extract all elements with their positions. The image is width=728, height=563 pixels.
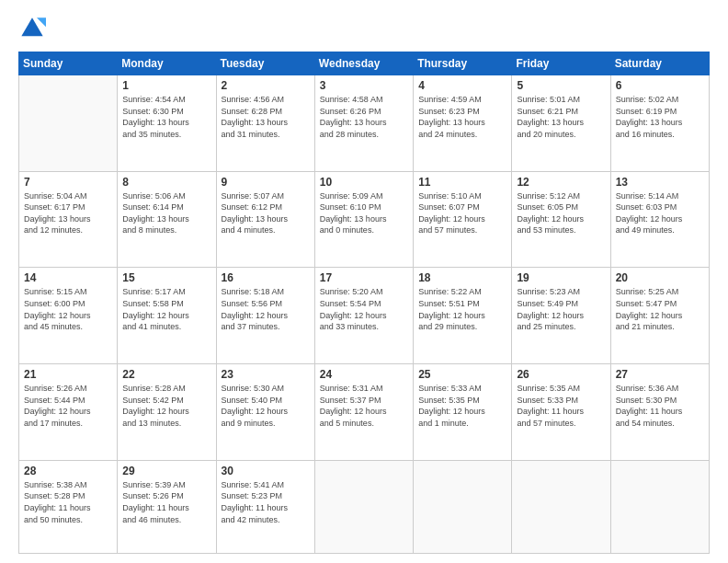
day-info: Sunrise: 4:58 AM Sunset: 6:26 PM Dayligh… [320,94,408,140]
day-number: 1 [122,79,210,92]
day-number: 7 [24,176,112,189]
calendar-cell [414,460,512,553]
day-number: 12 [517,176,605,189]
day-info: Sunrise: 5:22 AM Sunset: 5:51 PM Dayligh… [418,286,506,332]
calendar-cell: 19Sunrise: 5:23 AM Sunset: 5:49 PM Dayli… [512,268,610,364]
day-info: Sunrise: 5:35 AM Sunset: 5:33 PM Dayligh… [517,383,605,429]
calendar-cell: 20Sunrise: 5:25 AM Sunset: 5:47 PM Dayli… [610,268,709,364]
calendar-cell: 10Sunrise: 5:09 AM Sunset: 6:10 PM Dayli… [314,171,413,268]
day-info: Sunrise: 5:38 AM Sunset: 5:28 PM Dayligh… [24,479,112,525]
calendar-cell: 15Sunrise: 5:17 AM Sunset: 5:58 PM Dayli… [118,268,216,364]
calendar-cell: 17Sunrise: 5:20 AM Sunset: 5:54 PM Dayli… [314,268,413,364]
weekday-header-row: SundayMondayTuesdayWednesdayThursdayFrid… [19,52,710,75]
calendar-cell: 12Sunrise: 5:12 AM Sunset: 6:05 PM Dayli… [512,171,610,268]
calendar-table: SundayMondayTuesdayWednesdayThursdayFrid… [18,52,710,554]
calendar-cell: 7Sunrise: 5:04 AM Sunset: 6:17 PM Daylig… [19,171,118,268]
day-number: 30 [222,465,310,477]
day-number: 20 [616,271,704,284]
calendar-cell [610,460,709,553]
day-number: 4 [418,79,506,92]
day-number: 18 [418,271,506,284]
calendar-cell: 18Sunrise: 5:22 AM Sunset: 5:51 PM Dayli… [414,268,512,364]
day-info: Sunrise: 4:59 AM Sunset: 6:23 PM Dayligh… [418,94,506,140]
day-number: 25 [418,368,506,381]
day-number: 11 [418,176,506,189]
calendar-cell: 25Sunrise: 5:33 AM Sunset: 5:35 PM Dayli… [414,364,512,461]
logo [18,15,50,42]
calendar-cell: 2Sunrise: 4:56 AM Sunset: 6:28 PM Daylig… [216,75,314,172]
calendar-cell: 14Sunrise: 5:15 AM Sunset: 6:00 PM Dayli… [19,268,118,364]
calendar-cell: 29Sunrise: 5:39 AM Sunset: 5:26 PM Dayli… [118,460,216,553]
day-info: Sunrise: 5:07 AM Sunset: 6:12 PM Dayligh… [222,190,310,236]
day-number: 24 [320,368,408,381]
day-number: 13 [616,176,704,189]
calendar-cell: 21Sunrise: 5:26 AM Sunset: 5:44 PM Dayli… [19,364,118,461]
calendar-cell: 5Sunrise: 5:01 AM Sunset: 6:21 PM Daylig… [512,75,610,172]
calendar-cell: 8Sunrise: 5:06 AM Sunset: 6:14 PM Daylig… [118,171,216,268]
calendar-cell: 13Sunrise: 5:14 AM Sunset: 6:03 PM Dayli… [610,171,709,268]
weekday-header-friday: Friday [512,52,610,75]
logo-icon [18,15,46,42]
calendar-cell: 26Sunrise: 5:35 AM Sunset: 5:33 PM Dayli… [512,364,610,461]
day-number: 5 [517,79,605,92]
calendar-cell: 22Sunrise: 5:28 AM Sunset: 5:42 PM Dayli… [118,364,216,461]
calendar-week-row: 28Sunrise: 5:38 AM Sunset: 5:28 PM Dayli… [19,460,710,553]
day-info: Sunrise: 5:39 AM Sunset: 5:26 PM Dayligh… [122,479,210,525]
day-number: 3 [320,79,408,92]
day-info: Sunrise: 5:10 AM Sunset: 6:07 PM Dayligh… [418,190,506,236]
day-number: 6 [616,79,704,92]
day-number: 8 [122,176,210,189]
calendar-cell: 11Sunrise: 5:10 AM Sunset: 6:07 PM Dayli… [414,171,512,268]
day-info: Sunrise: 5:18 AM Sunset: 5:56 PM Dayligh… [222,286,310,332]
calendar-cell: 9Sunrise: 5:07 AM Sunset: 6:12 PM Daylig… [216,171,314,268]
calendar-week-row: 14Sunrise: 5:15 AM Sunset: 6:00 PM Dayli… [19,268,710,364]
day-info: Sunrise: 5:20 AM Sunset: 5:54 PM Dayligh… [320,286,408,332]
calendar-cell [19,75,118,172]
day-number: 15 [122,271,210,284]
weekday-header-saturday: Saturday [610,52,709,75]
day-info: Sunrise: 5:15 AM Sunset: 6:00 PM Dayligh… [24,286,112,332]
day-number: 10 [320,176,408,189]
day-number: 17 [320,271,408,284]
calendar-cell: 27Sunrise: 5:36 AM Sunset: 5:30 PM Dayli… [610,364,709,461]
day-number: 9 [222,176,310,189]
day-number: 22 [122,368,210,381]
calendar-cell [512,460,610,553]
day-info: Sunrise: 5:09 AM Sunset: 6:10 PM Dayligh… [320,190,408,236]
day-info: Sunrise: 5:17 AM Sunset: 5:58 PM Dayligh… [122,286,210,332]
calendar-cell: 1Sunrise: 4:54 AM Sunset: 6:30 PM Daylig… [118,75,216,172]
calendar-cell: 6Sunrise: 5:02 AM Sunset: 6:19 PM Daylig… [610,75,709,172]
day-info: Sunrise: 5:06 AM Sunset: 6:14 PM Dayligh… [122,190,210,236]
page: SundayMondayTuesdayWednesdayThursdayFrid… [0,0,728,563]
day-number: 2 [222,79,310,92]
calendar-cell: 23Sunrise: 5:30 AM Sunset: 5:40 PM Dayli… [216,364,314,461]
weekday-header-thursday: Thursday [414,52,512,75]
day-info: Sunrise: 5:12 AM Sunset: 6:05 PM Dayligh… [517,190,605,236]
calendar-week-row: 1Sunrise: 4:54 AM Sunset: 6:30 PM Daylig… [19,75,710,172]
day-info: Sunrise: 5:41 AM Sunset: 5:23 PM Dayligh… [222,479,310,525]
day-number: 27 [616,368,704,381]
day-info: Sunrise: 5:01 AM Sunset: 6:21 PM Dayligh… [517,94,605,140]
calendar-cell: 30Sunrise: 5:41 AM Sunset: 5:23 PM Dayli… [216,460,314,553]
calendar-cell: 24Sunrise: 5:31 AM Sunset: 5:37 PM Dayli… [314,364,413,461]
day-info: Sunrise: 5:25 AM Sunset: 5:47 PM Dayligh… [616,286,704,332]
day-info: Sunrise: 5:02 AM Sunset: 6:19 PM Dayligh… [616,94,704,140]
calendar-cell: 16Sunrise: 5:18 AM Sunset: 5:56 PM Dayli… [216,268,314,364]
day-number: 26 [517,368,605,381]
day-info: Sunrise: 5:04 AM Sunset: 6:17 PM Dayligh… [24,190,112,236]
day-info: Sunrise: 4:56 AM Sunset: 6:28 PM Dayligh… [222,94,310,140]
calendar-cell: 28Sunrise: 5:38 AM Sunset: 5:28 PM Dayli… [19,460,118,553]
svg-marker-1 [37,17,46,27]
day-number: 14 [24,271,112,284]
day-info: Sunrise: 5:14 AM Sunset: 6:03 PM Dayligh… [616,190,704,236]
weekday-header-tuesday: Tuesday [216,52,314,75]
day-info: Sunrise: 5:23 AM Sunset: 5:49 PM Dayligh… [517,286,605,332]
weekday-header-sunday: Sunday [19,52,118,75]
day-info: Sunrise: 4:54 AM Sunset: 6:30 PM Dayligh… [122,94,210,140]
calendar-cell: 4Sunrise: 4:59 AM Sunset: 6:23 PM Daylig… [414,75,512,172]
weekday-header-monday: Monday [118,52,216,75]
calendar-cell: 3Sunrise: 4:58 AM Sunset: 6:26 PM Daylig… [314,75,413,172]
day-number: 16 [222,271,310,284]
weekday-header-wednesday: Wednesday [314,52,413,75]
day-info: Sunrise: 5:31 AM Sunset: 5:37 PM Dayligh… [320,383,408,429]
